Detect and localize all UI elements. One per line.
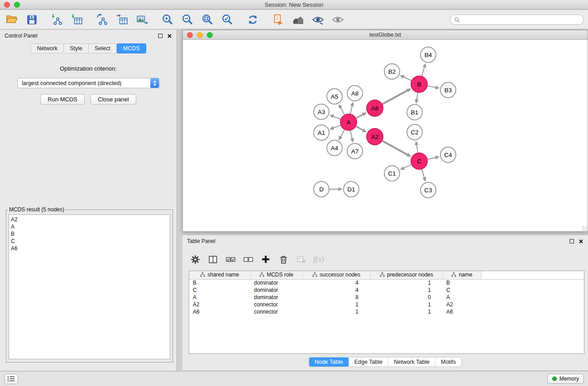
- delete-icon[interactable]: [278, 254, 289, 265]
- edge-C-C4[interactable]: [428, 157, 439, 159]
- node-C[interactable]: C: [411, 153, 427, 169]
- node-B1[interactable]: B1: [407, 105, 422, 120]
- zoom-in-icon[interactable]: [160, 12, 175, 27]
- table-cell[interactable]: 4: [302, 286, 370, 294]
- edge-A-A1[interactable]: [330, 125, 341, 129]
- node-A3[interactable]: A3: [314, 104, 329, 119]
- edge-A6-B[interactable]: [382, 89, 411, 105]
- table-cell[interactable]: 1: [302, 308, 370, 315]
- column-header-predecessor-nodes[interactable]: predecessor nodes: [370, 271, 443, 279]
- edge-C-C3[interactable]: [422, 169, 425, 181]
- tab-mcds[interactable]: MCDS: [117, 43, 146, 53]
- column-header-successor-nodes[interactable]: successor nodes: [302, 271, 370, 279]
- table-row[interactable]: Bdominator41B: [189, 279, 584, 286]
- node-A7[interactable]: A7: [347, 143, 363, 159]
- edge-C-C2[interactable]: [416, 142, 418, 153]
- document-arrow-icon[interactable]: [271, 12, 285, 27]
- edge-A2-C[interactable]: [382, 141, 411, 156]
- search-input[interactable]: [462, 16, 580, 23]
- import-network-icon[interactable]: [50, 12, 64, 27]
- mcds-result-item[interactable]: A: [11, 223, 168, 230]
- deselect-all-icon[interactable]: [243, 254, 253, 265]
- node-A6[interactable]: A6: [367, 100, 383, 116]
- render-details-icon[interactable]: [311, 12, 325, 27]
- select-all-icon[interactable]: [225, 254, 236, 265]
- table-cell[interactable]: C: [443, 286, 481, 294]
- table-cell[interactable]: 1: [370, 286, 443, 294]
- save-session-icon[interactable]: [24, 12, 39, 27]
- table-cell[interactable]: C: [189, 286, 250, 294]
- table-cell[interactable]: 4: [302, 279, 370, 286]
- import-table-icon[interactable]: [70, 12, 84, 27]
- table-row[interactable]: Adominator80A: [189, 294, 584, 301]
- add-icon[interactable]: [260, 254, 271, 265]
- column-header-name[interactable]: name: [443, 271, 481, 279]
- table-cell[interactable]: B: [443, 279, 481, 286]
- tab-edge-table[interactable]: Edge Table: [349, 357, 388, 367]
- table-cell[interactable]: 1: [370, 301, 443, 308]
- edge-A-A7[interactable]: [350, 131, 353, 142]
- column-header-mcds-role[interactable]: MCDS role: [250, 271, 302, 279]
- mcds-result-item[interactable]: C: [11, 238, 168, 245]
- edge-A-A4[interactable]: [339, 130, 344, 140]
- table-cell[interactable]: 8: [302, 294, 370, 301]
- edge-A-A8[interactable]: [350, 103, 353, 114]
- search-box[interactable]: [450, 14, 584, 25]
- table-cell[interactable]: connector: [250, 301, 302, 308]
- tab-motifs[interactable]: Motifs: [435, 357, 461, 367]
- column-icon[interactable]: [207, 254, 218, 265]
- node-A[interactable]: A: [340, 114, 357, 130]
- table-cell[interactable]: 1: [370, 279, 443, 286]
- network-graph[interactable]: B4B2BB3A5A8A6A3B1AA1C2A2A4A7C4CC1C3DD1: [183, 40, 588, 231]
- optimization-dropdown[interactable]: largest connected component (directed): [17, 78, 159, 88]
- table-cell[interactable]: A: [189, 294, 250, 301]
- node-B4[interactable]: B4: [421, 47, 436, 62]
- edge-C-C1[interactable]: [401, 165, 411, 170]
- edge-A-A2[interactable]: [356, 126, 366, 132]
- edge-B-B3[interactable]: [428, 86, 439, 88]
- float-panel-icon[interactable]: [158, 33, 163, 38]
- export-image-icon[interactable]: [135, 12, 149, 27]
- mcds-result-list[interactable]: A2ABCA6: [9, 214, 170, 359]
- column-header-shared-name[interactable]: shared name: [189, 271, 250, 279]
- node-A2[interactable]: A2: [367, 129, 383, 145]
- node-C2[interactable]: C2: [407, 124, 422, 140]
- tab-style[interactable]: Style: [64, 43, 89, 53]
- zoom-selected-icon[interactable]: [220, 12, 234, 27]
- tab-node-table[interactable]: Node Table: [309, 357, 349, 367]
- node-B[interactable]: B: [411, 76, 427, 92]
- node-B3[interactable]: B3: [440, 82, 456, 98]
- tab-select[interactable]: Select: [89, 43, 117, 53]
- table-cell[interactable]: dominator: [250, 294, 302, 301]
- node-A4[interactable]: A4: [327, 140, 342, 156]
- export-network-icon[interactable]: [95, 12, 110, 27]
- delete-table-icon[interactable]: [296, 254, 306, 265]
- mcds-result-item[interactable]: A6: [11, 245, 168, 252]
- edge-B-B1[interactable]: [416, 93, 418, 103]
- node-D[interactable]: D: [314, 181, 329, 197]
- run-mcds-button[interactable]: Run MCDS: [40, 94, 85, 105]
- tab-network-table[interactable]: Network Table: [388, 357, 435, 367]
- eye-icon[interactable]: [330, 12, 345, 27]
- node-D1[interactable]: D1: [344, 181, 359, 197]
- table-cell[interactable]: 1: [302, 301, 370, 308]
- edge-B-B2[interactable]: [401, 76, 411, 81]
- mcds-result-item[interactable]: A2: [11, 216, 168, 223]
- float-table-panel-icon[interactable]: [569, 239, 574, 244]
- homes-icon[interactable]: [291, 12, 305, 27]
- table-cell[interactable]: B: [189, 279, 250, 286]
- table-row[interactable]: Cdominator41C: [189, 286, 584, 294]
- edge-A-A3[interactable]: [330, 115, 341, 119]
- table-row[interactable]: A2connector11A2: [189, 301, 584, 308]
- open-session-icon[interactable]: [5, 12, 19, 27]
- network-canvas[interactable]: B4B2BB3A5A8A6A3B1AA1C2A2A4A7C4CC1C3DD1: [183, 40, 588, 231]
- node-C1[interactable]: C1: [384, 166, 400, 181]
- table-cell[interactable]: A6: [443, 308, 481, 315]
- table-cell[interactable]: connector: [250, 308, 302, 315]
- table-cell[interactable]: A2: [443, 301, 481, 308]
- node-A1[interactable]: A1: [314, 125, 329, 140]
- close-window-button[interactable]: [4, 2, 10, 8]
- table-cell[interactable]: A: [443, 294, 481, 301]
- node-C3[interactable]: C3: [421, 182, 436, 198]
- tab-network[interactable]: Network: [30, 43, 64, 53]
